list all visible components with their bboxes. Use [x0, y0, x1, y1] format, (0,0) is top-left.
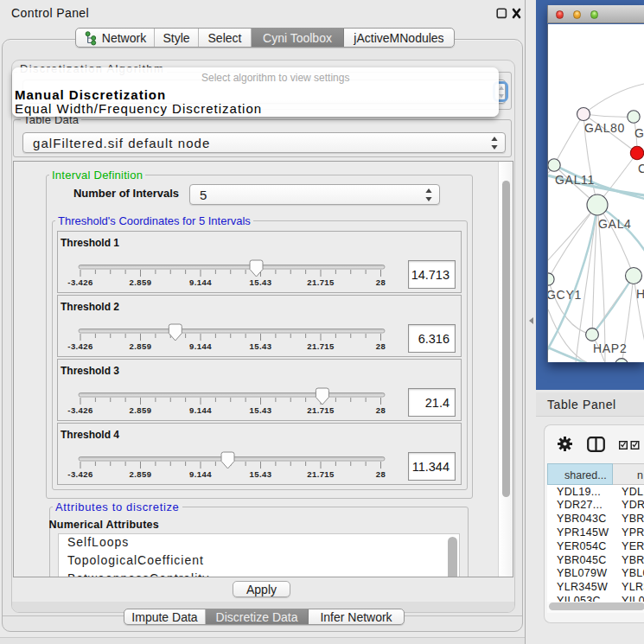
svg-text:28: 28: [376, 277, 386, 287]
svg-text:2.859: 2.859: [130, 277, 152, 287]
svg-text:21.715: 21.715: [307, 405, 335, 415]
svg-text:2.859: 2.859: [130, 341, 152, 351]
svg-text:GAL4: GAL4: [598, 217, 632, 231]
svg-text:15.43: 15.43: [250, 277, 272, 287]
svg-text:-3.426: -3.426: [67, 405, 92, 415]
svg-text:21.715: 21.715: [307, 469, 335, 479]
svg-text:-3.426: -3.426: [67, 277, 92, 287]
svg-text:C: C: [638, 162, 644, 175]
svg-text:GCY1: GCY1: [548, 288, 582, 302]
svg-text:15.43: 15.43: [250, 341, 272, 351]
svg-text:GAL80: GAL80: [584, 121, 625, 135]
svg-text:GAL11: GAL11: [555, 173, 595, 187]
svg-text:9.144: 9.144: [189, 341, 212, 351]
svg-text:GA: GA: [634, 126, 644, 140]
svg-text:15.43: 15.43: [250, 405, 272, 415]
svg-text:9.144: 9.144: [189, 405, 212, 415]
svg-text:21.715: 21.715: [307, 277, 335, 287]
svg-text:2.859: 2.859: [130, 405, 152, 415]
svg-text:2.859: 2.859: [130, 469, 152, 479]
svg-text:15.43: 15.43: [250, 469, 272, 479]
svg-text:28: 28: [376, 341, 386, 351]
svg-text:-3.426: -3.426: [67, 469, 92, 479]
svg-text:9.144: 9.144: [189, 277, 212, 287]
svg-text:H: H: [636, 287, 644, 301]
svg-text:21.715: 21.715: [307, 341, 335, 351]
svg-text:28: 28: [376, 469, 386, 479]
svg-text:9.144: 9.144: [189, 469, 212, 479]
svg-text:-3.426: -3.426: [67, 341, 92, 351]
svg-text:28: 28: [376, 405, 386, 415]
svg-text:HAP2: HAP2: [593, 341, 627, 355]
